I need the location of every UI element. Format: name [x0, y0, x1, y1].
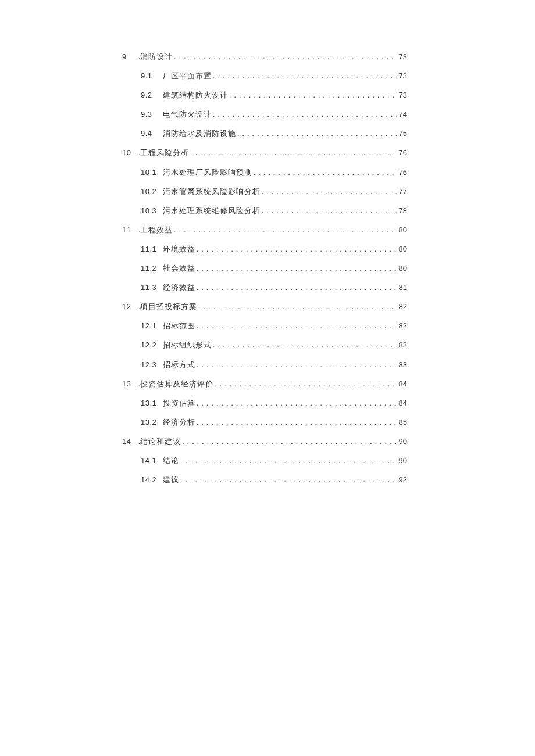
toc-entry-number: 12.2 [141, 341, 162, 350]
toc-leader-dots [195, 399, 397, 408]
toc-entry-number: 10.2 [141, 187, 162, 196]
toc-entry-page: 76 [397, 168, 407, 177]
toc-entry-title: 建筑结构防火设计 [162, 91, 228, 100]
toc-entry: 12.项目招投标方案82 [122, 302, 407, 311]
toc-leader-dots [181, 437, 396, 446]
toc-entry-page: 80 [397, 245, 407, 254]
toc-entry-title: 结论和建议 [140, 437, 181, 446]
toc-leader-dots [195, 418, 397, 427]
toc-entry-number: 10 [122, 148, 138, 157]
toc-entry-number: 13.2 [141, 418, 162, 427]
toc-entry-title: 结论 [162, 456, 179, 465]
toc-entry-page: 90 [397, 456, 407, 465]
toc-entry-page: 80 [397, 264, 407, 273]
toc-entry: 12.1招标范围82 [122, 321, 407, 331]
toc-leader-dots [212, 341, 397, 350]
toc-entry: 13.投资估算及经济评价84 [122, 379, 407, 389]
table-of-contents: 9.消防设计739.1厂区平面布置739.2建筑结构防火设计739.3电气防火设… [122, 52, 407, 485]
toc-entry-number: 13 [122, 379, 138, 389]
toc-entry: 10.1污水处理厂风险影响预测76 [122, 168, 407, 177]
toc-leader-dots [261, 206, 397, 216]
toc-entry-page: 78 [397, 206, 407, 216]
toc-entry-title: 经济效益 [162, 283, 195, 292]
toc-entry-title: 污水管网系统风险影响分析 [162, 187, 261, 196]
toc-entry-page: 75 [397, 129, 407, 138]
toc-entry-title: 电气防火设计 [162, 110, 212, 119]
toc-entry-number: 11.3 [141, 283, 162, 292]
toc-entry-title: 厂区平面布置 [162, 71, 212, 81]
toc-entry-title: 工程效益 [140, 225, 173, 235]
toc-entry-number: 9.2 [141, 91, 162, 100]
toc-entry-page: 74 [397, 110, 407, 119]
toc-leader-dots [195, 283, 397, 292]
toc-entry-page: 81 [397, 283, 407, 292]
toc-entry: 9.消防设计73 [122, 52, 407, 62]
toc-entry-page: 80 [397, 225, 407, 235]
toc-entry-number: 12.3 [141, 360, 162, 370]
toc-entry-title: 招标组织形式 [162, 341, 212, 350]
toc-entry-page: 92 [397, 475, 407, 485]
toc-entry-page: 83 [397, 360, 407, 370]
toc-entry: 11.工程效益80 [122, 225, 407, 235]
toc-entry-number: 14.2 [141, 475, 162, 485]
toc-entry: 13.1投资估算84 [122, 399, 407, 408]
toc-entry-number: 11.2 [141, 264, 162, 273]
toc-leader-dots [212, 71, 397, 81]
toc-entry-page: 73 [397, 71, 407, 81]
toc-leader-dots [252, 168, 397, 177]
toc-entry-title: 招标方式 [162, 360, 195, 370]
toc-entry: 11.2社会效益80 [122, 264, 407, 273]
toc-entry-title: 招标范围 [162, 321, 195, 331]
toc-leader-dots [261, 187, 397, 196]
toc-leader-dots [195, 321, 397, 331]
toc-leader-dots [197, 302, 396, 311]
toc-entry: 11.1环境效益80 [122, 245, 407, 254]
toc-entry-number: 11 [122, 225, 138, 235]
toc-entry-title: 污水处理系统维修风险分析 [162, 206, 261, 216]
toc-entry-number: 9.3 [141, 110, 162, 119]
toc-entry-page: 83 [397, 341, 407, 350]
toc-entry: 9.4消防给水及消防设施75 [122, 129, 407, 138]
toc-entry-page: 82 [397, 321, 407, 331]
toc-entry: 14.结论和建议90 [122, 437, 407, 446]
toc-leader-dots [195, 245, 397, 254]
toc-entry-page: 90 [397, 437, 407, 446]
toc-entry: 10.工程风险分析76 [122, 148, 407, 157]
toc-entry-page: 76 [397, 148, 407, 157]
toc-entry-number: 9.1 [141, 71, 162, 81]
toc-entry-number: 14 [122, 437, 138, 446]
toc-entry-title: 经济分析 [162, 418, 195, 427]
toc-leader-dots [173, 225, 396, 235]
toc-entry-number: 10.1 [141, 168, 162, 177]
toc-leader-dots [179, 456, 397, 465]
toc-entry: 11.3经济效益81 [122, 283, 407, 292]
toc-entry-number: 9 [122, 52, 138, 62]
toc-entry-number: 12.1 [141, 321, 162, 331]
toc-leader-dots [213, 379, 396, 389]
toc-leader-dots [236, 129, 397, 138]
toc-entry: 9.2建筑结构防火设计73 [122, 91, 407, 100]
toc-entry-page: 85 [397, 418, 407, 427]
toc-leader-dots [228, 91, 397, 100]
toc-entry-title: 消防给水及消防设施 [162, 129, 236, 138]
toc-entry-title: 项目招投标方案 [140, 302, 197, 311]
toc-entry-number: 10.3 [141, 206, 162, 216]
toc-entry-page: 77 [397, 187, 407, 196]
toc-entry-number: 14.1 [141, 456, 162, 465]
toc-entry: 9.1厂区平面布置73 [122, 71, 407, 81]
toc-leader-dots [195, 264, 397, 273]
toc-entry-title: 消防设计 [140, 52, 173, 62]
toc-leader-dots [195, 360, 397, 370]
toc-leader-dots [212, 110, 397, 119]
toc-entry-title: 投资估算及经济评价 [140, 379, 213, 389]
toc-entry-title: 投资估算 [162, 399, 195, 408]
toc-entry-number: 13.1 [141, 399, 162, 408]
toc-leader-dots [189, 148, 396, 157]
toc-entry-number: 9.4 [141, 129, 162, 138]
toc-entry-page: 73 [397, 52, 407, 62]
toc-entry: 10.3污水处理系统维修风险分析78 [122, 206, 407, 216]
toc-entry-page: 73 [397, 91, 407, 100]
toc-entry-title: 建议 [162, 475, 179, 485]
toc-entry: 9.3电气防火设计74 [122, 110, 407, 119]
toc-entry: 14.1结论90 [122, 456, 407, 465]
